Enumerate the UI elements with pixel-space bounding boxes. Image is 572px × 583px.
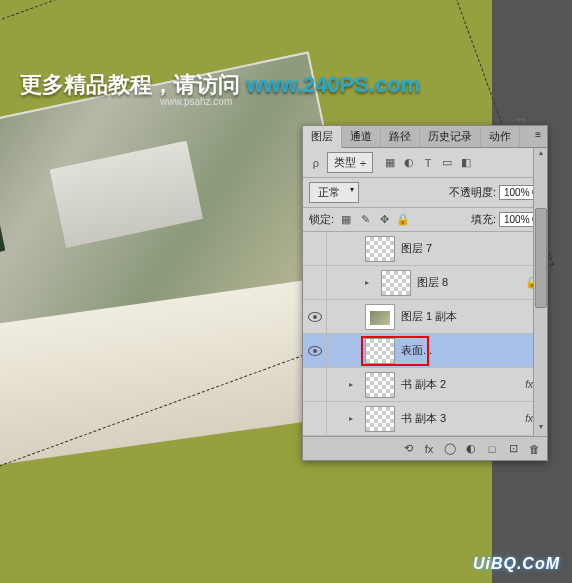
layer-row[interactable]: ▸ 图层 8 🔒 [303, 266, 547, 300]
lock-move-icon[interactable]: ✥ [377, 213, 391, 227]
panel-tabs: 图层 通道 路径 历史记录 动作 ≡ [303, 126, 547, 148]
blend-mode-row: 正常 不透明度: 100% [303, 178, 547, 208]
layer-thumbnail[interactable] [365, 406, 395, 432]
blend-mode-select[interactable]: 正常 [309, 182, 359, 203]
layer-filter-row: ρ 类型 ÷ ▦ ◐ T ▭ ◧ [303, 148, 547, 178]
layer-name[interactable]: 图层 7 [401, 241, 432, 256]
scroll-thumb[interactable] [535, 208, 547, 308]
image-filter-icon[interactable]: ▦ [383, 156, 397, 170]
text-filter-icon[interactable]: T [421, 156, 435, 170]
watermark-link: www.240PS.com [246, 72, 420, 97]
layer-row[interactable]: 图层 7 [303, 232, 547, 266]
layer-name[interactable]: 图层 8 [417, 275, 448, 290]
mask-icon[interactable]: ◯ [443, 442, 457, 456]
panel-menu-button[interactable]: ≡ [529, 126, 547, 147]
layer-name[interactable]: 表面... [401, 343, 432, 358]
layer-name[interactable]: 图层 1 副本 [401, 309, 457, 324]
link-layers-icon[interactable]: ⟲ [401, 442, 415, 456]
smart-filter-icon[interactable]: ◧ [459, 156, 473, 170]
disclosure-icon[interactable]: ▸ [349, 414, 359, 423]
layers-bottom-bar: ⟲ fx ◯ ◐ □ ⊡ 🗑 [303, 436, 547, 460]
new-layer-icon[interactable]: ⊡ [506, 442, 520, 456]
layer-thumbnail[interactable] [365, 236, 395, 262]
tab-actions[interactable]: 动作 [481, 126, 520, 147]
watermark-psahz: www.psahz.com [160, 96, 232, 107]
group-icon[interactable]: □ [485, 442, 499, 456]
tab-layers[interactable]: 图层 [303, 126, 342, 148]
scrollbar-vertical[interactable]: ▴ ▾ [533, 148, 547, 436]
lock-paint-icon[interactable]: ✎ [358, 213, 372, 227]
layers-list: 图层 7 ▸ 图层 8 🔒 图层 1 副本 [303, 232, 547, 436]
layer-thumbnail[interactable] [365, 372, 395, 398]
shape-filter-icon[interactable]: ▭ [440, 156, 454, 170]
visibility-toggle[interactable] [303, 300, 327, 333]
watermark-bottom: UiBQ.CoM [473, 555, 560, 573]
filter-type-label: 类型 [334, 155, 356, 170]
lock-all-icon[interactable]: 🔒 [396, 213, 410, 227]
visibility-toggle[interactable] [303, 368, 327, 401]
lock-label: 锁定: [309, 212, 334, 227]
fill-group: 填充: 100% [471, 212, 541, 227]
search-icon[interactable]: ρ [309, 156, 323, 170]
scroll-up-icon[interactable]: ▴ [534, 148, 548, 162]
visibility-toggle[interactable] [303, 266, 327, 299]
fill-label: 填充: [471, 212, 496, 227]
layer-row-selected[interactable]: 表面... [303, 334, 547, 368]
adjust-filter-icon[interactable]: ◐ [402, 156, 416, 170]
layer-thumbnail[interactable] [381, 270, 411, 296]
visibility-toggle[interactable] [303, 334, 327, 367]
tab-channels[interactable]: 通道 [342, 126, 381, 147]
watermark-text: 更多精品教程，请访问 [20, 72, 246, 97]
layer-row[interactable]: ▸ 书 副本 3 fx ▾ [303, 402, 547, 436]
filter-icons: ▦ ◐ T ▭ ◧ [383, 156, 473, 170]
eye-icon [308, 312, 322, 322]
fx-icon[interactable]: fx [422, 442, 436, 456]
layer-thumbnail[interactable] [365, 304, 395, 330]
panel-collapse-bar[interactable]: ◂◂ [515, 114, 545, 124]
layer-row[interactable]: ▸ 书 副本 2 fx ▾ [303, 368, 547, 402]
opacity-label: 不透明度: [449, 185, 496, 200]
layer-row[interactable]: 图层 1 副本 [303, 300, 547, 334]
layers-panel: ◂◂ 图层 通道 路径 历史记录 动作 ≡ ρ 类型 ÷ ▦ ◐ T ▭ ◧ 正… [302, 125, 548, 461]
disclosure-icon[interactable]: ▸ [365, 278, 375, 287]
layer-thumbnail[interactable] [365, 338, 395, 364]
adjustment-icon[interactable]: ◐ [464, 442, 478, 456]
opacity-group: 不透明度: 100% [449, 185, 541, 200]
layer-name[interactable]: 书 副本 3 [401, 411, 446, 426]
lock-icons: ▦ ✎ ✥ 🔒 [339, 213, 410, 227]
layer-name[interactable]: 书 副本 2 [401, 377, 446, 392]
tab-paths[interactable]: 路径 [381, 126, 420, 147]
scroll-down-icon[interactable]: ▾ [534, 422, 548, 436]
dropdown-icon: ÷ [360, 157, 366, 169]
lock-row: 锁定: ▦ ✎ ✥ 🔒 填充: 100% [303, 208, 547, 232]
eye-icon [308, 346, 322, 356]
delete-icon[interactable]: 🗑 [527, 442, 541, 456]
tab-history[interactable]: 历史记录 [420, 126, 481, 147]
visibility-toggle[interactable] [303, 402, 327, 435]
disclosure-icon[interactable]: ▸ [349, 380, 359, 389]
lock-pixels-icon[interactable]: ▦ [339, 213, 353, 227]
filter-type-select[interactable]: 类型 ÷ [327, 152, 373, 173]
visibility-toggle[interactable] [303, 232, 327, 265]
